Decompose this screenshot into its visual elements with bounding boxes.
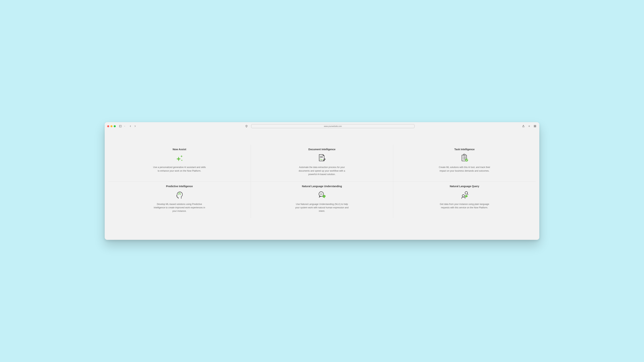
card-natural-language-query[interactable]: Natural Language Query Get data from you… bbox=[393, 182, 536, 218]
svg-rect-13 bbox=[463, 154, 465, 155]
card-title: Predictive Intelligence bbox=[113, 185, 246, 188]
card-description: Develop ML-based solutions using Predict… bbox=[152, 203, 207, 213]
card-task-intelligence[interactable]: Task Intelligence Create ML solutions wi… bbox=[393, 145, 536, 181]
address-bar-url: www.yourwebsite.com bbox=[324, 125, 342, 127]
minimize-window-button[interactable] bbox=[110, 125, 112, 127]
svg-point-26 bbox=[321, 194, 322, 194]
back-button[interactable] bbox=[128, 124, 132, 128]
tab-overview-icon[interactable] bbox=[533, 124, 537, 128]
maximize-window-button[interactable] bbox=[114, 125, 116, 127]
clipboard-check-icon bbox=[460, 153, 469, 163]
svg-point-22 bbox=[178, 194, 179, 195]
svg-rect-6 bbox=[534, 125, 535, 126]
chevron-down-icon[interactable] bbox=[123, 124, 126, 128]
card-description: Use Natural Language Understanding (NLU)… bbox=[295, 203, 349, 213]
page-content: Now Assist Use a personalized generative… bbox=[105, 130, 539, 240]
card-description: Get data from your instance using plain … bbox=[437, 203, 492, 210]
svg-point-20 bbox=[465, 159, 468, 162]
svg-rect-9 bbox=[535, 126, 536, 127]
card-predictive-intelligence[interactable]: Predictive Intelligence Develop ML-based… bbox=[108, 182, 251, 218]
head-circuit-icon bbox=[175, 190, 184, 200]
forward-button[interactable] bbox=[133, 124, 137, 128]
card-description: Automate the data extraction process for… bbox=[295, 166, 349, 176]
window-controls bbox=[107, 125, 116, 127]
speech-bubble-icon bbox=[317, 190, 326, 200]
card-title: Natural Language Query bbox=[398, 185, 531, 188]
card-title: Now Assist bbox=[113, 148, 246, 151]
svg-point-27 bbox=[322, 194, 322, 194]
svg-point-25 bbox=[320, 194, 321, 194]
svg-rect-8 bbox=[534, 126, 535, 127]
browser-toolbar: www.yourwebsite.com bbox=[105, 122, 539, 130]
close-window-button[interactable] bbox=[107, 125, 109, 127]
card-title: Task Intelligence bbox=[398, 148, 531, 151]
svg-point-31 bbox=[465, 195, 468, 197]
sparkles-icon bbox=[175, 153, 184, 163]
share-icon[interactable] bbox=[522, 124, 525, 128]
card-natural-language-understanding[interactable]: Natural Language Understanding Use Natur… bbox=[251, 182, 393, 218]
card-title: Natural Language Understanding bbox=[256, 185, 388, 188]
new-tab-icon[interactable] bbox=[527, 124, 531, 128]
card-description: Create ML solutions with this AI tool, a… bbox=[437, 166, 492, 173]
shield-icon[interactable] bbox=[245, 124, 248, 128]
svg-point-21 bbox=[179, 194, 180, 194]
person-search-chat-icon bbox=[460, 190, 469, 200]
card-now-assist[interactable]: Now Assist Use a personalized generative… bbox=[108, 145, 251, 181]
browser-window: www.yourwebsite.com Now Assist bbox=[105, 122, 539, 240]
svg-rect-0 bbox=[119, 125, 122, 127]
svg-rect-7 bbox=[535, 125, 536, 126]
card-title: Document Intelligence bbox=[256, 148, 388, 151]
sidebar-toggle-icon[interactable] bbox=[118, 124, 122, 128]
svg-line-30 bbox=[467, 194, 468, 195]
svg-point-23 bbox=[180, 194, 180, 195]
svg-point-28 bbox=[462, 195, 464, 197]
feature-grid: Now Assist Use a personalized generative… bbox=[108, 145, 536, 218]
card-description: Use a personalized generative AI assista… bbox=[152, 166, 207, 173]
card-document-intelligence[interactable]: Document Intelligence Automate the data … bbox=[251, 145, 393, 181]
address-bar[interactable]: www.yourwebsite.com bbox=[251, 124, 414, 128]
document-signature-icon bbox=[317, 153, 326, 163]
